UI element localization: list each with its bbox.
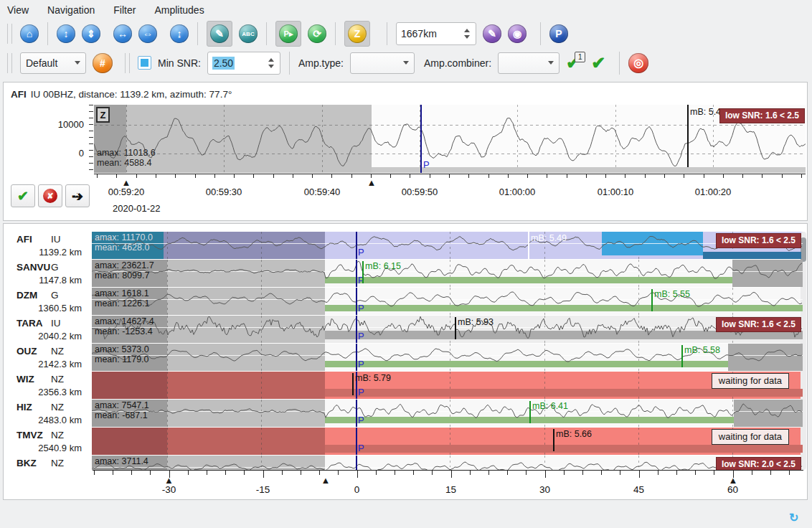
skip-icon: ➔✕ [72, 188, 83, 204]
forward-picks-button-pressed[interactable]: P▸ [275, 21, 301, 47]
waiting-for-data-badge: waiting for data [712, 373, 789, 389]
min-snr-checkbox[interactable] [138, 56, 151, 70]
spin-arrows[interactable] [461, 29, 476, 39]
grid-line [167, 372, 168, 399]
station-label[interactable]: HIZNZ2483.0 km [4, 400, 92, 427]
time-tick-label: 00:59:20 [108, 187, 145, 197]
menu-filter[interactable]: Filter [113, 4, 136, 16]
station-row-TMVZ[interactable]: TMVZNZ2540.9 kmPmB: 5.66waiting for data [4, 428, 803, 455]
mean-label: mean: -687.1 [95, 410, 148, 420]
station-row-TARA[interactable]: TARAIU2040.2 kmPmB: 5.93amax: 14627.4mea… [4, 316, 803, 343]
time-marker-triangle[interactable]: ▲ [367, 178, 377, 187]
amax-label: amax: 3711.4 [95, 456, 148, 466]
station-trace[interactable]: PmB: 5.93amax: 14627.4mean: -1253.4low S… [92, 316, 803, 343]
axis-tick [684, 174, 684, 178]
station-trace[interactable]: PmB: 5.58amax: 5373.0mean: 1179.0 [92, 344, 803, 371]
axis-tick [312, 174, 313, 178]
mb-value: mB: 5.49 [531, 233, 567, 243]
trace-header: AFIIU 00BHZ, distance: 1139.2 km, azimut… [11, 89, 232, 100]
axis-line [93, 470, 803, 471]
station-row-BKZ[interactable]: BKZNZPamax: 3711.4low SNR: 2.0 < 2.5 [4, 456, 803, 470]
toolbar-handle[interactable] [7, 53, 12, 73]
pick-letters-button[interactable]: ABC [239, 24, 258, 43]
menu-amplitudes[interactable]: Amplitudes [154, 4, 204, 16]
axis-tick-label: -15 [256, 484, 270, 495]
station-trace[interactable]: Pamax: 3711.4low SNR: 2.0 < 2.5 [92, 456, 803, 470]
scroll-amplitude-button[interactable]: ↨ [170, 24, 189, 43]
pick-tool-button-pressed[interactable]: ✎ [207, 21, 232, 47]
component-z-button-pressed[interactable]: Z [344, 21, 370, 47]
amplitude-toolbar: Default # Min SNR: 2.50 Amp.type: Amp.co… [0, 48, 812, 77]
menu-view[interactable]: View [7, 4, 29, 16]
station-label[interactable]: DZMG1360.5 km [4, 288, 92, 315]
axis-line [94, 174, 806, 174]
hash-button[interactable]: # [93, 53, 113, 73]
toolbar-separator [540, 22, 541, 45]
station-trace[interactable]: PmB: 6.15amax: 23621.7mean: 8099.7 [92, 260, 803, 287]
station-row-OUZ[interactable]: OUZNZ2142.3 kmPmB: 5.58amax: 5373.0mean:… [4, 344, 803, 371]
skip-station-button[interactable]: ➔✕ [65, 184, 90, 207]
zoom-trace-plot[interactable]: Zamax: 11018.6mean: 4588.4PmB: 5.49low S… [94, 105, 806, 173]
axis-tick [207, 471, 207, 475]
station-label[interactable]: TARAIU2040.2 km [4, 316, 92, 343]
axis-tick [601, 471, 602, 475]
station-trace[interactable]: PmB: 5.66waiting for data [92, 428, 803, 455]
station-trace[interactable]: PmB: 6.41amax: 7547.1mean: -687.1 [92, 400, 803, 427]
station-trace[interactable]: PmB: 5.49amax: 11170.0mean: 4628.0low SN… [92, 232, 803, 259]
reject-amplitude-button[interactable]: ✘ [38, 184, 62, 207]
axis-tick [695, 471, 696, 475]
station-label[interactable]: TMVZNZ2540.9 km [4, 428, 92, 455]
station-trace[interactable]: PmB: 5.79waiting for data [92, 372, 803, 399]
spin-arrows[interactable] [265, 58, 280, 68]
gauge-button[interactable]: ◉ [508, 24, 527, 43]
p-pick-line [356, 456, 357, 470]
axis-tick [376, 471, 377, 475]
profile-combo[interactable]: Default [20, 52, 86, 74]
axis-tick [658, 471, 658, 475]
station-label[interactable]: OUZNZ2142.3 km [4, 344, 92, 371]
time-marker-triangle[interactable]: ▲ [321, 476, 331, 485]
zoom-horizontal-button[interactable]: ↔ [113, 24, 132, 43]
station-row-SANVU[interactable]: SANVUG1147.8 kmPmB: 6.15amax: 23621.7mea… [4, 260, 803, 287]
axis-tick [390, 174, 391, 178]
axis-tick [801, 174, 802, 178]
station-label[interactable]: BKZNZ [4, 456, 92, 470]
toolbar-handle[interactable] [125, 53, 130, 73]
axis-tick [704, 174, 704, 178]
p-pick-line [356, 428, 357, 455]
menu-navigation[interactable]: Navigation [47, 4, 95, 16]
min-snr-spinbox[interactable]: 2.50 [207, 52, 280, 75]
origin-target-button[interactable]: ◎ [628, 53, 648, 73]
station-label[interactable]: WIZNZ2356.3 km [4, 372, 92, 399]
home-button[interactable]: ⌂ [20, 24, 39, 43]
station-label[interactable]: AFIIU1139.2 km [4, 232, 92, 259]
distance-spinbox[interactable]: 1667km [396, 22, 476, 45]
amp-type-combo[interactable] [350, 52, 415, 74]
station-distance: 1147.8 km [39, 275, 82, 286]
station-row-HIZ[interactable]: HIZNZ2483.0 kmPmB: 6.41amax: 7547.1mean:… [4, 400, 803, 427]
axis-tick [639, 471, 640, 478]
station-distance: 2540.9 km [38, 443, 82, 453]
measure-button[interactable]: ✎ [483, 24, 501, 43]
p-pick-line [356, 316, 357, 343]
confirm-amplitudes-button[interactable]: ✔ [591, 55, 605, 72]
apply-amplitudes-button[interactable]: ✔1 [566, 55, 580, 72]
axis-tick [564, 471, 565, 475]
recompute-button[interactable]: ⟳ [308, 24, 326, 43]
amp-combiner-combo[interactable] [498, 52, 560, 74]
amax-label: amax: 14627.4 [95, 316, 154, 326]
fit-horizontal-button[interactable]: ⇔ [138, 24, 157, 43]
station-trace[interactable]: PmB: 5.55amax: 1618.1mean: 1226.1 [92, 288, 803, 315]
amax-label: amax: 23621.7 [95, 260, 154, 270]
toolbar-separator [387, 22, 387, 45]
station-row-DZM[interactable]: DZMG1360.5 kmPmB: 5.55amax: 1618.1mean: … [4, 288, 803, 315]
p-wave-button[interactable]: P [549, 24, 568, 43]
accept-amplitude-button[interactable]: ✔ [11, 184, 35, 207]
station-row-WIZ[interactable]: WIZNZ2356.3 kmPmB: 5.79waiting for data [4, 372, 803, 399]
station-row-AFI[interactable]: AFIIU1139.2 kmPmB: 5.49amax: 11170.0mean… [4, 232, 803, 259]
fit-vertical-button[interactable]: ⇕ [82, 24, 100, 43]
zoom-vertical-button[interactable]: ↕ [57, 24, 75, 43]
toolbar-handle[interactable] [7, 24, 12, 44]
p-pick-label: P [358, 247, 364, 258]
station-label[interactable]: SANVUG1147.8 km [4, 260, 92, 287]
